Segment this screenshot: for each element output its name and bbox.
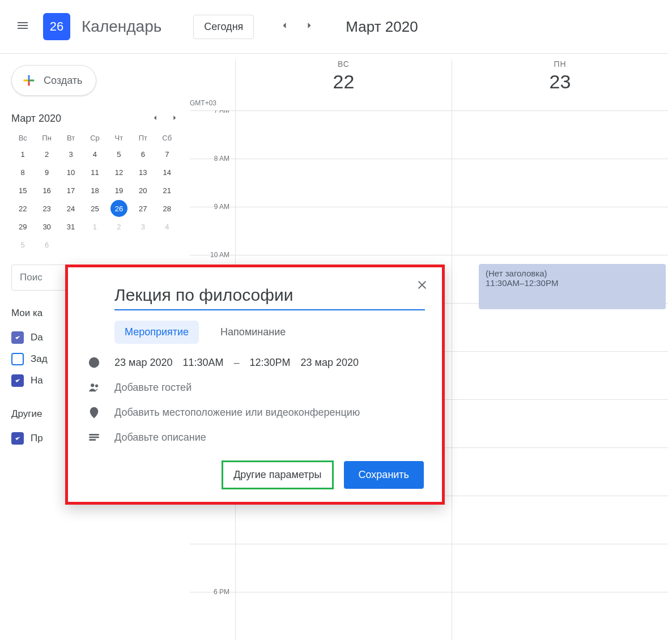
mini-cal-day[interactable]: 1 xyxy=(14,146,31,163)
mini-next-icon[interactable] xyxy=(171,114,178,124)
mini-cal-day[interactable]: 29 xyxy=(14,218,31,235)
mini-cal-dow: Вт xyxy=(59,130,82,146)
mini-cal-day[interactable]: 6 xyxy=(134,146,151,163)
hour-cell[interactable] xyxy=(452,304,668,351)
mini-cal-day[interactable]: 25 xyxy=(86,200,103,217)
hour-row[interactable] xyxy=(190,544,668,592)
date-nav xyxy=(274,15,320,38)
svg-point-2 xyxy=(91,384,95,387)
mini-cal-day[interactable]: 4 xyxy=(159,218,176,235)
add-guests-button[interactable]: Добавьте гостей xyxy=(114,382,192,394)
dow-label: ВС xyxy=(236,59,452,69)
quick-create-popover: Мероприятие Напоминание 23 мар 2020 11:3… xyxy=(65,265,445,505)
mini-cal-day[interactable]: 28 xyxy=(159,200,176,217)
mini-calendar: Март 2020 ВсПнВтСрЧтПтСб 123456789101112… xyxy=(11,113,178,253)
close-icon[interactable] xyxy=(412,275,432,297)
event-title-input[interactable] xyxy=(114,283,425,310)
mini-cal-day[interactable]: 2 xyxy=(110,218,127,235)
hour-cell[interactable] xyxy=(235,111,452,159)
hour-cell[interactable] xyxy=(452,400,668,447)
mini-prev-icon[interactable] xyxy=(151,114,159,124)
hour-row[interactable]: 6 PM xyxy=(190,592,668,640)
mini-cal-day[interactable]: 3 xyxy=(62,146,79,163)
mini-cal-day[interactable]: 14 xyxy=(159,164,176,181)
mini-cal-day[interactable]: 27 xyxy=(134,200,151,217)
mini-cal-day[interactable]: 10 xyxy=(62,164,79,181)
hour-cell[interactable] xyxy=(452,111,668,159)
hour-label: 6 PM xyxy=(190,588,235,640)
people-icon xyxy=(86,381,102,394)
mini-cal-dow: Пт xyxy=(131,130,154,146)
hour-cell[interactable] xyxy=(452,448,668,496)
hamburger-menu-icon[interactable] xyxy=(11,14,34,39)
mini-cal-day[interactable]: 26 xyxy=(110,200,127,217)
checkbox-icon[interactable] xyxy=(11,353,24,365)
mini-cal-day[interactable]: 6 xyxy=(39,236,56,253)
mini-cal-day[interactable]: 16 xyxy=(39,182,56,199)
create-button-label: Создать xyxy=(44,75,82,87)
hour-cell[interactable] xyxy=(452,592,668,640)
hour-cell[interactable] xyxy=(452,544,668,592)
event-time-row[interactable]: 23 мар 2020 11:30AM – 12:30PM 23 мар 202… xyxy=(114,357,359,369)
day-number: 22 xyxy=(236,71,452,93)
mini-cal-day[interactable]: 30 xyxy=(39,218,56,235)
mini-cal-day[interactable]: 5 xyxy=(110,146,127,163)
svg-point-3 xyxy=(95,385,98,387)
save-button[interactable]: Сохранить xyxy=(344,461,424,489)
hour-cell[interactable] xyxy=(235,592,452,640)
mini-cal-day[interactable]: 17 xyxy=(62,182,79,199)
more-options-button[interactable]: Другие параметры xyxy=(222,460,333,489)
mini-cal-day[interactable]: 18 xyxy=(86,182,103,199)
create-button[interactable]: Создать xyxy=(11,65,96,96)
mini-cal-day[interactable]: 7 xyxy=(159,146,176,163)
description-icon xyxy=(86,431,102,443)
mini-cal-day[interactable]: 5 xyxy=(14,236,31,253)
hour-cell[interactable] xyxy=(452,207,668,255)
mini-cal-day[interactable]: 19 xyxy=(110,182,127,199)
start-date: 23 мар 2020 xyxy=(114,357,172,369)
hour-cell[interactable] xyxy=(452,352,668,399)
mini-cal-day[interactable]: 21 xyxy=(159,182,176,199)
hour-row[interactable]: 7 AM xyxy=(190,110,668,159)
mini-cal-day[interactable]: 3 xyxy=(134,218,151,235)
hour-row[interactable]: 9 AM xyxy=(190,207,668,255)
mini-cal-day[interactable]: 20 xyxy=(134,182,151,199)
mini-cal-day[interactable]: 13 xyxy=(134,164,151,181)
start-time: 11:30AM xyxy=(182,357,223,369)
mini-cal-dow: Ср xyxy=(83,130,106,146)
mini-cal-day[interactable]: 4 xyxy=(86,146,103,163)
tab-event[interactable]: Мероприятие xyxy=(114,321,199,344)
prev-period-icon[interactable] xyxy=(274,15,295,38)
hour-label: 9 AM xyxy=(190,203,235,255)
hour-label: 8 AM xyxy=(190,155,235,207)
hour-cell[interactable] xyxy=(235,544,452,592)
mini-cal-day[interactable]: 1 xyxy=(86,218,103,235)
mini-cal-dow: Чт xyxy=(108,130,130,146)
mini-cal-day[interactable]: 23 xyxy=(39,200,56,217)
today-button[interactable]: Сегодня xyxy=(193,15,254,39)
hour-row[interactable]: 8 AM xyxy=(190,159,668,207)
hour-cell[interactable] xyxy=(235,159,452,207)
mini-cal-day[interactable]: 9 xyxy=(39,164,56,181)
hour-cell[interactable] xyxy=(452,496,668,544)
app-title: Календарь xyxy=(82,18,161,36)
tab-reminder[interactable]: Напоминание xyxy=(210,321,296,344)
mini-cal-day[interactable]: 8 xyxy=(14,164,31,181)
add-description-button[interactable]: Добавьте описание xyxy=(114,432,206,443)
add-location-button[interactable]: Добавить местоположение или видеоконфере… xyxy=(114,407,360,419)
mini-cal-day[interactable]: 11 xyxy=(86,164,103,181)
mini-cal-day[interactable]: 12 xyxy=(110,164,127,181)
next-period-icon[interactable] xyxy=(299,15,320,38)
mini-cal-day[interactable]: 2 xyxy=(39,146,56,163)
checkbox-icon[interactable] xyxy=(11,331,24,344)
calendar-item-label: На xyxy=(31,375,43,386)
mini-cal-day[interactable]: 24 xyxy=(62,200,79,217)
hour-cell[interactable] xyxy=(235,207,452,255)
hour-cell[interactable] xyxy=(452,159,668,207)
checkbox-icon[interactable] xyxy=(11,374,24,387)
ghost-event-placeholder[interactable]: (Нет заголовка) 11:30AM–12:30PM xyxy=(479,264,666,309)
mini-cal-day[interactable]: 31 xyxy=(62,218,79,235)
mini-cal-day[interactable]: 22 xyxy=(14,200,31,217)
checkbox-icon[interactable] xyxy=(11,432,24,445)
mini-cal-day[interactable]: 15 xyxy=(14,182,31,199)
